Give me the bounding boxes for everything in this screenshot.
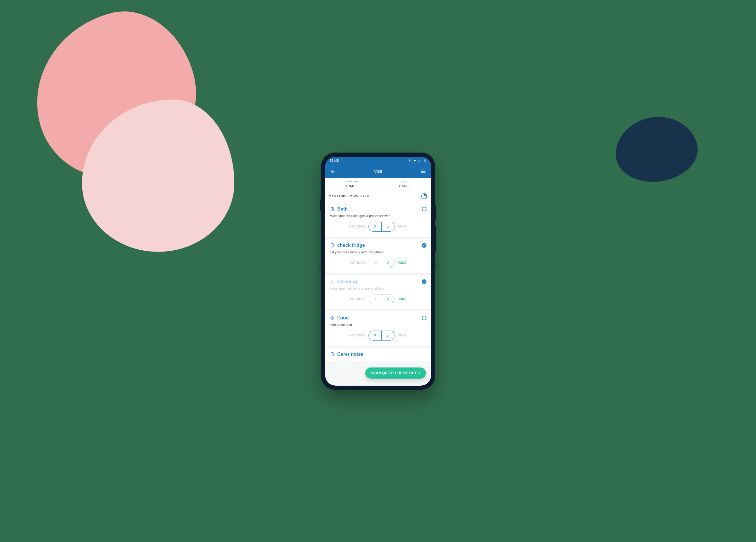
title-bar: Visit [325, 165, 431, 178]
notes-title: Carer notes [337, 352, 426, 357]
task-toggle-row: NOT DONE ✕ ✓ DONE [330, 330, 426, 340]
svg-rect-4 [332, 207, 333, 208]
started-label: STARTED [325, 180, 378, 183]
screen: 11:45 Visit [325, 157, 431, 386]
task-card-check-fridge: check fridge did you check for any rotte… [325, 239, 431, 275]
x-icon: ✕ [373, 260, 377, 266]
x-icon: ✕ [373, 333, 377, 338]
svg-rect-2 [425, 159, 425, 160]
menu-button[interactable] [420, 168, 426, 174]
task-toggle: ✕ ✓ [369, 258, 395, 268]
check-icon: ✓ [386, 333, 390, 338]
scan-qr-checkout-button[interactable]: SCAN QR TO CHECK OUT › [365, 367, 426, 379]
status-circle-empty [422, 316, 426, 320]
cleaning-icon [330, 279, 335, 284]
page-title: Visit [374, 169, 382, 174]
clipboard-icon [330, 243, 335, 248]
task-description: Make sure the client gets a proper showe… [330, 214, 426, 218]
status-icons [408, 159, 426, 163]
clipboard-icon [330, 207, 335, 212]
task-card-bath: Bath Make sure the client gets a proper … [325, 202, 431, 239]
carer-notes-section[interactable]: Carer notes [325, 347, 431, 361]
wifi-icon [413, 159, 417, 162]
phone-side-button [320, 200, 321, 211]
svg-rect-7 [331, 281, 333, 283]
svg-rect-11 [332, 352, 333, 353]
food-icon [330, 316, 335, 320]
back-button[interactable] [330, 168, 336, 174]
pencil-icon: ✎ [408, 185, 411, 188]
pencil-icon: ✎ [355, 185, 357, 188]
signal-icon [418, 159, 422, 162]
svg-point-9 [332, 317, 333, 318]
task-toggle: ✕ ✓ [368, 330, 395, 340]
task-title: Food [337, 315, 419, 320]
svg-point-0 [409, 160, 410, 161]
check-icon: ✓ [386, 260, 390, 265]
task-description: Make sure the clients space is left tidy [330, 287, 426, 290]
status-bar: 11:45 [325, 157, 431, 165]
phone-side-button [435, 226, 436, 252]
task-list: Bath Make sure the client gets a proper … [325, 202, 431, 361]
battery-icon [424, 159, 426, 163]
done-label: DONE [397, 297, 406, 301]
not-done-button[interactable]: ✕ [369, 222, 382, 231]
time-bar: STARTED 11:00 ✎ ENDS 11:45 ✎ [325, 178, 431, 190]
svg-rect-1 [424, 160, 425, 162]
task-toggle: ✕ ✓ [368, 222, 395, 232]
check-icon: ✓ [386, 224, 390, 229]
task-toggle-row: NOT DONE ✕ ✓ DONE [330, 222, 426, 232]
check-icon: ✓ [386, 296, 390, 301]
task-card-cleaning: Cleaning Make sure the clients space is … [325, 275, 431, 311]
progress-text: 2 / 6 TASKS COMPLETED [329, 195, 369, 198]
x-icon: ✕ [373, 224, 377, 229]
ends-label: ENDS [378, 180, 431, 183]
ends-col[interactable]: ENDS 11:45 ✎ [378, 178, 431, 190]
task-toggle-row: NOT DONE ✕ ✓ DONE [330, 294, 426, 304]
task-title: check fridge [337, 243, 419, 248]
not-done-label: NOT DONE [349, 334, 366, 337]
status-circle-done [422, 243, 426, 248]
done-button[interactable]: ✓ [382, 294, 395, 304]
not-done-label: NOT DONE [350, 297, 366, 301]
done-label: DONE [398, 334, 407, 337]
done-label: DONE [398, 225, 407, 228]
status-circle-empty [422, 207, 426, 212]
task-card-food: Food offer some food NOT DONE ✕ ✓ DONE [325, 311, 431, 347]
not-done-label: NOT DONE [350, 261, 366, 265]
started-value: 11:00 ✎ [345, 184, 357, 188]
done-button[interactable]: ✓ [382, 331, 395, 340]
ends-value: 11:45 ✎ [399, 184, 411, 188]
done-button[interactable]: ✓ [382, 258, 395, 268]
not-done-label: NOT DONE [349, 225, 366, 228]
done-label: DONE [397, 261, 406, 265]
decorative-blob-navy [611, 112, 702, 187]
progress-row: 2 / 6 TASKS COMPLETED [325, 190, 431, 202]
location-icon [408, 159, 411, 162]
started-col[interactable]: STARTED 11:00 ✎ [325, 178, 378, 190]
chevron-right-icon: › [419, 371, 420, 375]
task-description: offer some food [330, 323, 426, 326]
phone-side-button [435, 205, 436, 220]
status-time: 11:45 [330, 159, 339, 163]
task-toggle: ✕ ✓ [369, 294, 395, 304]
progress-pie-icon [421, 193, 427, 199]
task-description: did you check for any rotten veg/fruit? [330, 251, 426, 254]
clipboard-icon [330, 352, 335, 357]
task-title: Cleaning [337, 279, 419, 284]
status-circle-done [422, 279, 426, 284]
x-icon: ✕ [373, 296, 377, 302]
done-button[interactable]: ✓ [382, 222, 395, 231]
not-done-button[interactable]: ✕ [369, 331, 382, 340]
svg-rect-6 [332, 243, 333, 244]
phone-frame: 11:45 Visit [321, 153, 435, 390]
fab-label: SCAN QR TO CHECK OUT [371, 371, 417, 375]
task-title: Bath [337, 207, 419, 212]
not-done-button[interactable]: ✕ [369, 294, 382, 304]
not-done-button[interactable]: ✕ [369, 258, 382, 268]
svg-point-8 [330, 316, 334, 319]
task-toggle-row: NOT DONE ✕ ✓ DONE [330, 258, 426, 268]
